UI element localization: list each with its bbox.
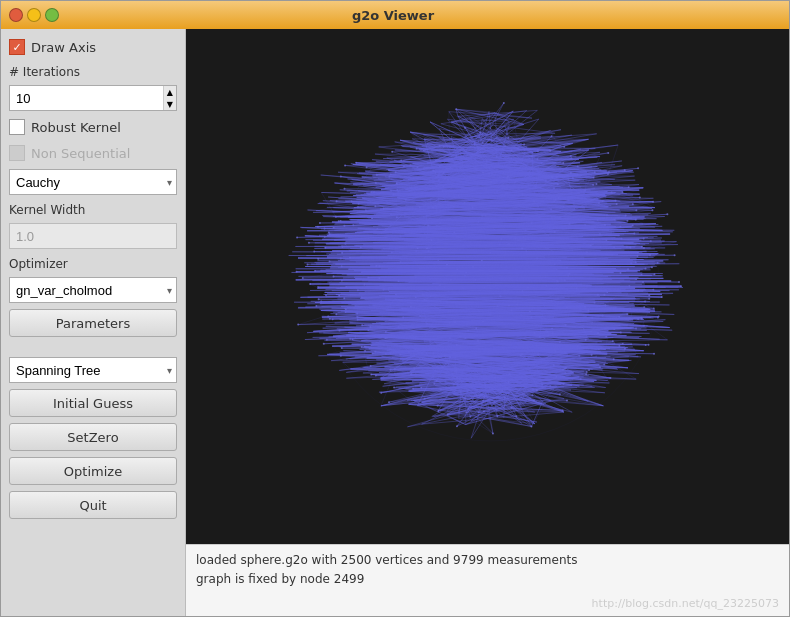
iterations-label: # Iterations [9, 65, 177, 79]
optimizer-select[interactable]: gn_var_cholmod lm_var_cholmod gn_var lm_… [9, 277, 177, 303]
draw-axis-label: Draw Axis [31, 40, 96, 55]
kernel-type-dropdown[interactable]: Cauchy Huber Tukey Welsch [10, 173, 176, 192]
initial-guess-button[interactable]: Initial Guess [9, 389, 177, 417]
watermark-text: http://blog.csdn.net/qq_23225073 [592, 597, 779, 610]
right-panel: // This won't run in SVG, using static p… [186, 29, 789, 616]
spanning-tree-dropdown[interactable]: Spanning Tree Odometry Manual [10, 361, 176, 380]
robust-kernel-row[interactable]: Robust Kernel [9, 117, 177, 137]
maximize-button[interactable] [45, 8, 59, 22]
separator-1 [9, 343, 177, 351]
parameters-button[interactable]: Parameters [9, 309, 177, 337]
close-button[interactable] [9, 8, 23, 22]
kernel-width-label: Kernel Width [9, 203, 177, 217]
spinbox-down[interactable]: ▼ [164, 98, 176, 110]
main-content: Draw Axis # Iterations ▲ ▼ Robust Kernel… [1, 29, 789, 616]
app-window: g2o Viewer Draw Axis # Iterations ▲ ▼ [0, 0, 790, 617]
draw-axis-row[interactable]: Draw Axis [9, 37, 177, 57]
mesh-canvas [186, 29, 789, 544]
quit-button[interactable]: Quit [9, 491, 177, 519]
window-title: g2o Viewer [65, 8, 721, 23]
status-bar: loaded sphere.g2o with 2500 vertices and… [186, 544, 789, 616]
optimizer-dropdown[interactable]: gn_var_cholmod lm_var_cholmod gn_var lm_… [10, 281, 176, 300]
title-bar: g2o Viewer [1, 1, 789, 29]
draw-axis-checkbox[interactable] [9, 39, 25, 55]
non-sequential-row: Non Sequential [9, 143, 177, 163]
spinbox-up[interactable]: ▲ [164, 86, 176, 98]
robust-kernel-label: Robust Kernel [31, 120, 121, 135]
3d-viewport[interactable]: // This won't run in SVG, using static p… [186, 29, 789, 544]
optimize-button[interactable]: Optimize [9, 457, 177, 485]
non-sequential-checkbox [9, 145, 25, 161]
non-sequential-label: Non Sequential [31, 146, 130, 161]
window-controls [9, 8, 59, 22]
optimizer-label: Optimizer [9, 257, 177, 271]
spinbox-arrows: ▲ ▼ [163, 86, 176, 110]
iterations-spinbox[interactable]: ▲ ▼ [9, 85, 177, 111]
setzero-button[interactable]: SetZero [9, 423, 177, 451]
sidebar: Draw Axis # Iterations ▲ ▼ Robust Kernel… [1, 29, 186, 616]
status-line-2: graph is fixed by node 2499 [196, 570, 779, 589]
status-line-1: loaded sphere.g2o with 2500 vertices and… [196, 551, 779, 570]
robust-kernel-checkbox[interactable] [9, 119, 25, 135]
minimize-button[interactable] [27, 8, 41, 22]
spanning-tree-select[interactable]: Spanning Tree Odometry Manual ▾ [9, 357, 177, 383]
kernel-width-input [9, 223, 177, 249]
iterations-input[interactable] [10, 89, 163, 108]
kernel-type-select[interactable]: Cauchy Huber Tukey Welsch ▾ [9, 169, 177, 195]
